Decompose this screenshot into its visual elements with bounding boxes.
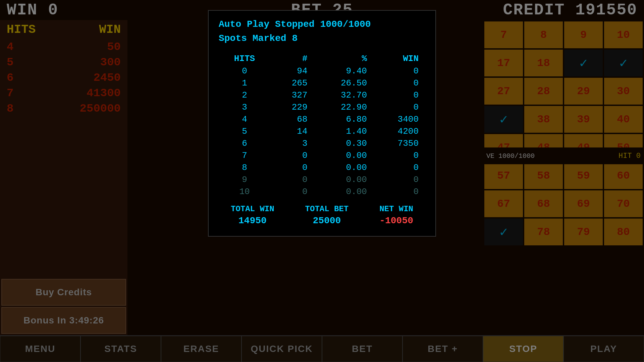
total-win-value: 14950 xyxy=(238,216,267,226)
total-bet-label: TOTAL BET xyxy=(305,204,349,214)
stats-row: 700.000 xyxy=(219,149,425,162)
stats-row: 322922.900 xyxy=(219,101,425,113)
net-win-col: NET WIN -10050 xyxy=(379,204,413,226)
stats-row: 1000.000 xyxy=(219,186,425,198)
modal-title: Auto Play Stopped 1000/1000 Spots Marked… xyxy=(219,17,425,46)
net-win-value: -10050 xyxy=(379,216,413,226)
net-win-label: NET WIN xyxy=(379,204,413,214)
stats-header: HITS#%WIN xyxy=(219,52,425,65)
total-win-label: TOTAL WIN xyxy=(231,204,274,214)
stats-row: 800.000 xyxy=(219,162,425,174)
stats-row: 126526.500 xyxy=(219,77,425,89)
stats-row: 900.000 xyxy=(219,174,425,186)
total-bet-col: TOTAL BET 25000 xyxy=(305,204,349,226)
modal-footer: TOTAL WIN 14950 TOTAL BET 25000 NET WIN … xyxy=(219,204,425,226)
stats-row: 0949.400 xyxy=(219,65,425,77)
stats-row: 232732.700 xyxy=(219,89,425,101)
modal-title-line2: Spots Marked 8 xyxy=(219,33,298,44)
total-win-col: TOTAL WIN 14950 xyxy=(231,204,274,226)
stats-row: 5141.404200 xyxy=(219,125,425,137)
stats-row: 630.307350 xyxy=(219,137,425,149)
stats-table: HITS#%WIN 0949.400126526.500232732.70032… xyxy=(219,52,425,198)
stats-row: 4686.803400 xyxy=(219,113,425,125)
autoplay-stats-modal: Auto Play Stopped 1000/1000 Spots Marked… xyxy=(208,10,436,237)
modal-title-line1: Auto Play Stopped 1000/1000 xyxy=(219,19,371,29)
total-bet-value: 25000 xyxy=(313,216,341,226)
modal-overlay: Auto Play Stopped 1000/1000 Spots Marked… xyxy=(0,0,644,362)
stats-body: 0949.400126526.500232732.700322922.90046… xyxy=(219,65,425,198)
